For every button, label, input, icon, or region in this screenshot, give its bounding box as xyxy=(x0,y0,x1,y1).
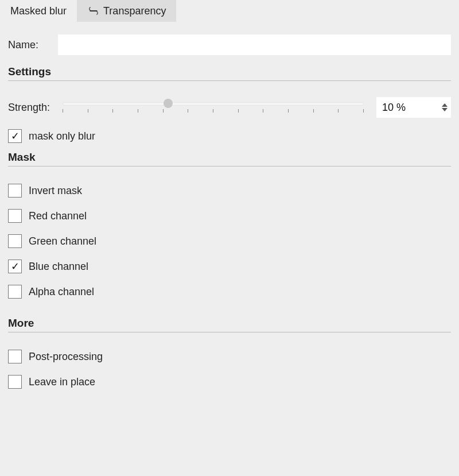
invert-mask-label: Invert mask xyxy=(29,185,82,197)
strength-value: 10 % xyxy=(382,102,406,114)
transparency-icon xyxy=(87,5,100,17)
mask-group: Invert mask Red channel Green channel Bl… xyxy=(0,172,459,315)
leave-in-place-row: Leave in place xyxy=(0,369,459,394)
green-channel-checkbox[interactable] xyxy=(8,234,22,248)
alpha-channel-label: Alpha channel xyxy=(29,286,94,298)
more-group: Post-processing Leave in place xyxy=(0,338,459,405)
strength-row: Strength: 10 % xyxy=(0,87,459,123)
blue-channel-label: Blue channel xyxy=(29,261,88,273)
name-row: Name: xyxy=(0,22,459,63)
invert-mask-row: Invert mask xyxy=(0,178,459,203)
spinner-down-icon[interactable] xyxy=(442,108,448,111)
red-channel-label: Red channel xyxy=(29,210,87,222)
tab-label: Masked blur xyxy=(10,5,67,17)
mask-only-blur-label: mask only blur xyxy=(29,130,95,142)
tab-masked-blur[interactable]: Masked blur xyxy=(0,0,77,22)
alpha-channel-row: Alpha channel xyxy=(0,279,459,304)
leave-in-place-checkbox[interactable] xyxy=(8,375,22,389)
section-mask-header: Mask xyxy=(8,151,451,167)
slider-track xyxy=(63,102,364,106)
tab-transparency[interactable]: Transparency xyxy=(77,0,176,22)
slider-ticks xyxy=(63,109,364,115)
post-processing-row: Post-processing xyxy=(0,344,459,369)
post-processing-checkbox[interactable] xyxy=(8,350,22,363)
spinner-up-icon[interactable] xyxy=(442,103,448,107)
alpha-channel-checkbox[interactable] xyxy=(8,285,22,299)
mask-only-blur-checkbox[interactable] xyxy=(8,129,22,143)
section-settings-header: Settings xyxy=(8,65,451,81)
post-processing-label: Post-processing xyxy=(29,351,103,363)
strength-slider[interactable] xyxy=(63,98,364,117)
svg-rect-0 xyxy=(90,10,98,11)
tab-bar: Masked blur Transparency xyxy=(0,0,459,22)
spinner-buttons xyxy=(442,103,448,111)
tab-label: Transparency xyxy=(103,5,166,17)
leave-in-place-label: Leave in place xyxy=(29,376,95,388)
section-more-header: More xyxy=(8,317,451,332)
blue-channel-row: Blue channel xyxy=(0,254,459,279)
slider-thumb[interactable] xyxy=(164,99,173,108)
name-label: Name: xyxy=(8,39,38,51)
strength-spinner[interactable]: 10 % xyxy=(376,97,451,118)
red-channel-row: Red channel xyxy=(0,203,459,229)
red-channel-checkbox[interactable] xyxy=(8,209,22,223)
invert-mask-checkbox[interactable] xyxy=(8,184,22,198)
name-input[interactable] xyxy=(58,34,451,55)
green-channel-row: Green channel xyxy=(0,229,459,254)
green-channel-label: Green channel xyxy=(29,235,96,247)
strength-label: Strength: xyxy=(8,102,50,114)
blue-channel-checkbox[interactable] xyxy=(8,260,22,273)
mask-only-blur-row: mask only blur xyxy=(0,123,459,149)
